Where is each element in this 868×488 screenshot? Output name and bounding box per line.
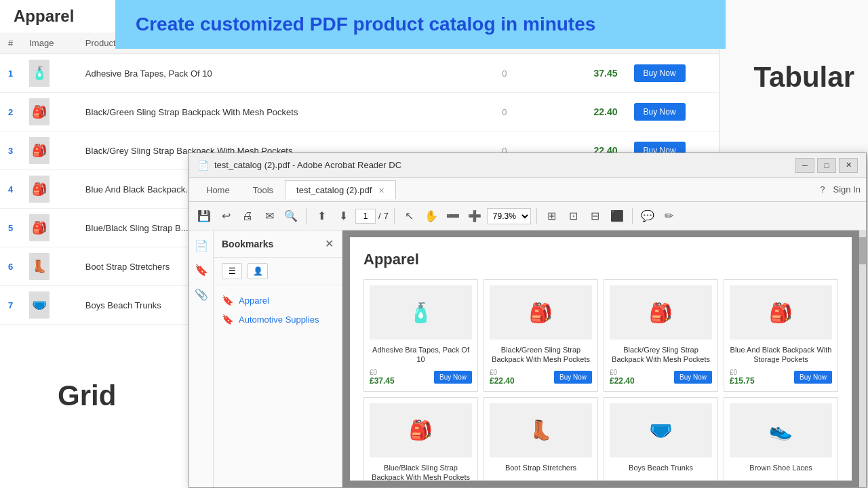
product-pricing: £0 £37.45 Buy Now — [370, 369, 472, 386]
product-card: 🎒 Black/Grey Sling Strap Backpack With M… — [604, 279, 718, 392]
next-page-button[interactable]: ⬇ — [334, 207, 353, 226]
page-panel-icon[interactable]: 📄 — [192, 236, 211, 255]
tab-home[interactable]: Home — [195, 180, 241, 199]
product-name: Adhesive Bra Tapes, Pack Of 10 — [370, 345, 472, 365]
tab-tools[interactable]: Tools — [241, 180, 285, 199]
row-image: 🧴 — [21, 54, 77, 93]
zoom-out-button[interactable]: ➖ — [443, 207, 462, 226]
row-price: 37.45 — [515, 54, 626, 93]
tabular-label: Tabular — [753, 61, 854, 94]
bookmarks-title: Bookmarks — [222, 239, 273, 249]
help-icon[interactable]: ? — [820, 184, 825, 195]
compare-price: £0 — [490, 369, 515, 376]
highlight-tool-button[interactable]: ✏ — [660, 207, 679, 226]
table-row: 2 🎒 Black/Green Sling Strap Backpack Wit… — [0, 93, 719, 131]
row-num: 1 — [0, 54, 21, 93]
tab-bar: Home Tools test_catalog (2).pdf ✕ ? Sign… — [189, 178, 866, 202]
col-header-num: # — [0, 33, 21, 54]
row-image: 🩲 — [21, 286, 77, 325]
compare-price: £0 — [730, 369, 755, 376]
read-tool-button[interactable]: ⬛ — [608, 207, 627, 226]
search-tool-button[interactable]: 🔍 — [281, 207, 300, 226]
product-name: Brown Shoe Laces — [730, 463, 832, 481]
sign-in-link[interactable]: Sign In — [833, 184, 861, 195]
banner-text: Create customized PDF product catalog in… — [136, 14, 595, 35]
close-button[interactable]: ✕ — [839, 158, 858, 173]
table-row: 1 🧴 Adhesive Bra Tapes, Pack Of 10 0 37.… — [0, 54, 719, 93]
product-name: Black/Green Sling Strap Backpack With Me… — [490, 345, 592, 365]
screenshot-tool-button[interactable]: ⊞ — [542, 207, 561, 226]
compare-price: £0 — [610, 369, 635, 376]
bookmarks-panel: Bookmarks ✕ ☰ 👤 🔖 Apparel 🔖 Automotive S… — [214, 230, 342, 487]
save-tool-button[interactable]: 💾 — [195, 207, 214, 226]
product-card: 👢 Boot Strap Stretchers — [484, 397, 598, 481]
product-grid-row1: 🧴 Adhesive Bra Tapes, Pack Of 10 £0 £37.… — [363, 279, 838, 392]
page-number-input[interactable] — [355, 209, 376, 224]
fit-tool-button[interactable]: ⊡ — [564, 207, 583, 226]
row-image: 👢 — [21, 247, 77, 286]
bookmark-panel-icon[interactable]: 🔖 — [192, 260, 211, 279]
product-card: 🧴 Adhesive Bra Tapes, Pack Of 10 £0 £37.… — [363, 279, 478, 392]
pdf-window: 📄 test_catalog (2).pdf - Adobe Acrobat R… — [189, 152, 867, 488]
row-compare: 0 — [392, 54, 515, 93]
toolbar-separator-1 — [306, 208, 307, 224]
row-num: 3 — [0, 131, 21, 170]
buy-now-button[interactable]: Buy Now — [674, 371, 712, 384]
hand-tool-button[interactable]: ✋ — [422, 207, 441, 226]
pdf-content: 📄 🔖 📎 Bookmarks ✕ ☰ 👤 🔖 Apparel 🔖 — [189, 230, 866, 487]
grid-label: Grid — [58, 380, 116, 412]
row-buy: Buy Now — [626, 54, 719, 93]
row-compare: 0 — [392, 93, 515, 131]
product-card: 🎒 Blue And Black Backpack With Storage P… — [724, 279, 838, 392]
product-card: 🎒 Blue/Black Sling Strap Backpack With M… — [363, 397, 478, 481]
buy-now-button[interactable]: Buy Now — [794, 371, 832, 384]
toolbar-separator-3 — [536, 208, 537, 224]
pdf-scrollbar-thumb[interactable] — [859, 237, 866, 264]
page-separator: / — [378, 211, 381, 221]
row-image: 🎒 — [21, 93, 77, 131]
product-image: 🎒 — [490, 285, 592, 340]
buy-now-button[interactable]: Buy Now — [634, 64, 686, 82]
buy-now-button[interactable]: Buy Now — [554, 371, 592, 384]
row-num: 7 — [0, 286, 21, 325]
zoom-in-button[interactable]: ➕ — [465, 207, 484, 226]
zoom-select[interactable]: 79.3% — [487, 208, 531, 224]
product-name: Blue And Black Backpack With Storage Poc… — [730, 345, 832, 365]
our-price: £15.75 — [730, 376, 755, 386]
bookmarks-person-button[interactable]: 👤 — [248, 263, 268, 279]
print-tool-button[interactable]: 🖨 — [238, 207, 257, 226]
bookmarks-list-view-button[interactable]: ☰ — [222, 263, 242, 279]
bookmarks-close-button[interactable]: ✕ — [325, 237, 334, 250]
product-name: Boys Beach Trunks — [610, 463, 712, 481]
row-image: 🎒 — [21, 131, 77, 170]
row-name: Black/Green Sling Strap Backpack With Me… — [77, 93, 392, 131]
maximize-button[interactable]: □ — [817, 158, 836, 173]
tab-pdf-label: test_catalog (2).pdf — [296, 185, 372, 195]
col-header-image: Image — [21, 33, 77, 54]
tab-close-icon[interactable]: ✕ — [378, 186, 384, 195]
prev-page-button[interactable]: ⬆ — [312, 207, 331, 226]
bookmark-automotive[interactable]: 🔖 Automotive Supplies — [219, 310, 336, 329]
bookmark-apparel[interactable]: 🔖 Apparel — [219, 291, 336, 310]
buy-now-button[interactable]: Buy Now — [434, 371, 472, 384]
minimize-button[interactable]: ─ — [795, 158, 814, 173]
toolbar-separator-4 — [632, 208, 633, 224]
compare-price: £0 — [370, 369, 395, 376]
toolbar: 💾 ↩ 🖨 ✉ 🔍 ⬆ ⬇ / 7 ↖ ✋ ➖ ➕ 79.3% ⊞ ⊡ ⊟ ⬛ … — [189, 202, 866, 230]
window-controls[interactable]: ─ □ ✕ — [795, 158, 858, 173]
buy-now-button[interactable]: Buy Now — [634, 103, 686, 121]
select-tool-button[interactable]: ↖ — [400, 207, 419, 226]
back-tool-button[interactable]: ↩ — [216, 207, 235, 226]
product-card: 🩲 Boys Beach Trunks — [604, 397, 718, 481]
product-pricing: £0 £22.40 Buy Now — [490, 369, 592, 386]
our-price: £22.40 — [490, 376, 515, 386]
our-price: £22.40 — [610, 376, 635, 386]
pdf-scrollbar[interactable] — [859, 230, 866, 487]
pdf-page: Apparel 🧴 Adhesive Bra Tapes, Pack Of 10… — [350, 237, 852, 481]
fit-page-button[interactable]: ⊟ — [586, 207, 605, 226]
tab-pdf[interactable]: test_catalog (2).pdf ✕ — [285, 180, 396, 199]
email-tool-button[interactable]: ✉ — [260, 207, 279, 226]
row-buy: Buy Now — [626, 93, 719, 131]
comment-tool-button[interactable]: 💬 — [638, 207, 657, 226]
attachment-icon[interactable]: 📎 — [192, 285, 211, 304]
